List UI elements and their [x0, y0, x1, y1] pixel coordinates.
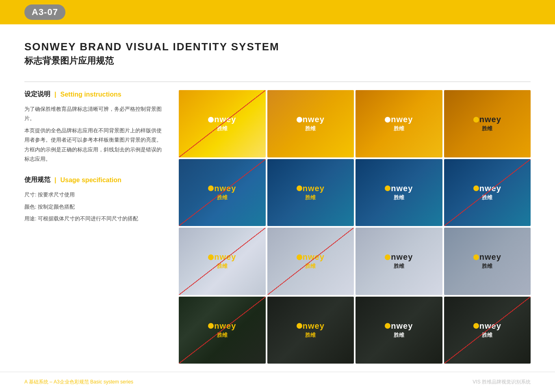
sub-1-3: 胜维: [394, 125, 404, 132]
grid-cell-3-1: nwey 胜维: [179, 228, 266, 295]
setting-divider: |: [54, 91, 56, 98]
main-content: SONWEY BRAND VISUAL IDENTITY SYSTEM 标志背景…: [0, 24, 555, 372]
page-badge: A3-07: [24, 4, 65, 20]
logo-4-4: nwey: [473, 321, 501, 331]
sub-4-4: 胜维: [482, 332, 492, 339]
sub-2-4: 胜维: [482, 194, 492, 201]
usage-title-en: Usage specification: [60, 177, 121, 184]
logo-4-2: nwey: [297, 321, 325, 331]
footer-right: VIS 胜维品牌视觉识别系统: [473, 379, 531, 386]
left-panel: 设定说明 | Setting instructions 为了确保胜维教育品牌标志…: [24, 90, 163, 364]
grid-cell-3-3: nwey 胜维: [356, 228, 442, 295]
sub-1-1: 胜维: [217, 125, 228, 132]
footer-left-highlight: Basic system series: [90, 379, 133, 385]
usage-section: 使用规范 | Usage specification 尺寸: 按要求尺寸使用 颜…: [24, 176, 163, 223]
grid-cell-4-1: nwey 胜维: [179, 297, 266, 364]
logo-4-3: nwey: [385, 321, 413, 331]
setting-title: 设定说明 | Setting instructions: [24, 90, 163, 99]
logo-1-2: nwey: [297, 115, 325, 124]
grid-cell-3-4: nwey 胜维: [444, 228, 531, 295]
grid-cell-1-1: nwey 胜维: [179, 90, 266, 157]
logo-2-2: nwey: [297, 184, 325, 193]
setting-para1: 为了确保胜维教育品牌标志清晰可辨，务必严格控制背景图片。: [24, 104, 163, 123]
title-cn: 标志背景图片应用规范: [24, 55, 531, 67]
logo-2-3: nwey: [385, 184, 413, 193]
logo-3-3: nwey: [385, 252, 413, 262]
sub-2-1: 胜维: [217, 194, 228, 201]
sub-3-3: 胜维: [394, 263, 404, 270]
logo-2-1: nwey: [208, 184, 236, 193]
logo-2-4: nwey: [473, 184, 501, 193]
sub-1-2: 胜维: [305, 125, 316, 132]
grid-cell-1-3: nwey 胜维: [356, 90, 442, 157]
logo-3-4: nwey: [473, 252, 501, 262]
logo-3-1: nwey: [208, 252, 236, 262]
footer: A 基础系统 – A3企业色彩规范 Basic system series VI…: [0, 372, 555, 392]
body-layout: 设定说明 | Setting instructions 为了确保胜维教育品牌标志…: [24, 90, 531, 364]
grid-cell-2-3: nwey 胜维: [356, 159, 442, 226]
logo-4-1: nwey: [208, 321, 236, 331]
top-bar: A3-07: [0, 0, 555, 24]
logo-3-2: nwey: [297, 252, 325, 262]
sub-2-3: 胜维: [394, 194, 404, 201]
logo-1-4: nwey: [473, 115, 501, 124]
grid-cell-1-2: nwey 胜维: [267, 90, 354, 157]
grid-cell-3-2: nwey 胜维: [267, 228, 354, 295]
logo-grid: nwey 胜维 nwey 胜维: [179, 90, 531, 364]
grid-cell-4-2: nwey 胜维: [267, 297, 354, 364]
usage-title-cn: 使用规范: [24, 176, 50, 184]
logo-1-3: nwey: [385, 115, 413, 124]
sub-4-1: 胜维: [217, 332, 228, 339]
usage-divider: |: [54, 177, 56, 184]
setting-title-cn: 设定说明: [24, 90, 50, 99]
title-section: SONWEY BRAND VISUAL IDENTITY SYSTEM 标志背景…: [24, 41, 531, 67]
sub-3-2: 胜维: [305, 263, 316, 270]
usage-title: 使用规范 | Usage specification: [24, 176, 163, 184]
section-divider: [24, 82, 531, 82]
grid-cell-4-4: nwey 胜维: [444, 297, 531, 364]
grid-cell-4-3: nwey 胜维: [356, 297, 442, 364]
grid-cell-2-4: nwey 胜维: [444, 159, 531, 226]
grid-cell-2-1: nwey 胜维: [179, 159, 266, 226]
sub-3-1: 胜维: [217, 263, 228, 270]
sub-3-4: 胜维: [482, 263, 492, 270]
logo-1-1: nwey: [208, 115, 236, 124]
setting-para2: 本页提供的全色品牌标志应用在不同背景图片上的样版供使用者参考。使用者还可以参考本…: [24, 126, 163, 164]
sub-4-2: 胜维: [305, 332, 316, 339]
sub-4-3: 胜维: [394, 332, 404, 339]
usage-line3: 用途: 可根据载体尺寸的不同进行不同尺寸的搭配: [24, 214, 163, 223]
sub-1-4: 胜维: [482, 125, 492, 132]
title-en: SONWEY BRAND VISUAL IDENTITY SYSTEM: [24, 41, 531, 53]
usage-line1: 尺寸: 按要求尺寸使用: [24, 190, 163, 199]
grid-cell-2-2: nwey 胜维: [267, 159, 354, 226]
setting-title-en: Setting instructions: [60, 91, 121, 98]
grid-cell-1-4: nwey 胜维: [444, 90, 531, 157]
sub-2-2: 胜维: [305, 194, 316, 201]
footer-left-prefix: A 基础系统 – A3企业色彩规范: [24, 379, 90, 385]
usage-line2: 颜色: 按制定颜色搭配: [24, 202, 163, 211]
footer-left: A 基础系统 – A3企业色彩规范 Basic system series: [24, 379, 133, 386]
